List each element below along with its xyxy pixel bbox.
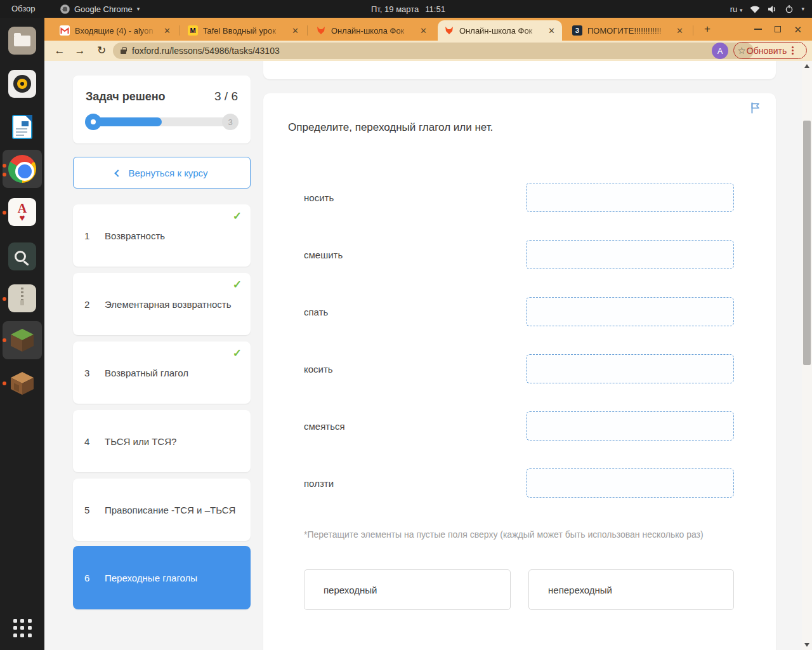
url-text[interactable]: foxford.ru/lessons/54986/tasks/43103 — [132, 46, 732, 56]
lesson-item-2[interactable]: 2 Элементарная возвратность ✓ — [73, 273, 251, 335]
restore-icon[interactable] — [775, 26, 781, 32]
chevron-down-icon: ▾ — [740, 7, 743, 13]
clock[interactable]: Пт, 19 марта 11:51 — [371, 0, 445, 18]
dock-chrome-icon[interactable] — [8, 155, 36, 183]
tab-gmail[interactable]: Входящие (4) - alyon ✕ — [53, 20, 178, 41]
close-tab-icon[interactable]: ✕ — [546, 26, 557, 36]
back-icon[interactable]: ← — [52, 43, 67, 58]
dock-solitaire-icon[interactable]: A♥ — [8, 198, 36, 226]
lesson-item-3[interactable]: 3 Возвратный глагол ✓ — [73, 342, 251, 404]
running-indicator-dot — [3, 338, 6, 342]
show-applications-button[interactable] — [13, 619, 32, 638]
tab-title: ПОМОГИТЕ!!!!!!!!!!!! — [587, 26, 669, 36]
draggable-option-transitive[interactable]: переходный — [304, 569, 511, 610]
running-indicator-dot — [3, 381, 6, 385]
progress-end-badge: 3 — [222, 114, 239, 130]
scroll-down-icon[interactable] — [804, 643, 809, 647]
drop-zone[interactable] — [526, 297, 734, 326]
close-tab-icon[interactable]: ✕ — [290, 26, 301, 36]
dock-libreoffice-icon[interactable] — [8, 113, 36, 141]
back-to-course-button[interactable]: Вернуться к курсу — [73, 157, 251, 189]
draggable-option-intransitive[interactable]: непереходный — [528, 569, 734, 610]
lesson-number: 1 — [84, 230, 105, 241]
chevron-down-icon: ▾ — [137, 6, 140, 12]
window-controls: ✕ — [754, 18, 802, 41]
address-bar[interactable]: foxford.ru/lessons/54986/tasks/43103 ☆ — [113, 43, 754, 59]
tab-foxford-1[interactable]: Онлайн-школа Фок ✕ — [310, 20, 434, 41]
close-window-icon[interactable]: ✕ — [794, 25, 802, 34]
tab-title: Онлайн-школа Фок — [459, 26, 541, 36]
date-label: Пт, 19 марта — [371, 4, 419, 14]
chrome-update-button[interactable]: Обновить — [733, 42, 807, 59]
tab-znanija[interactable]: З ПОМОГИТЕ!!!!!!!!!!!! ✕ — [566, 20, 690, 41]
dock-screenshot-icon[interactable] — [8, 242, 36, 270]
close-tab-icon[interactable]: ✕ — [674, 26, 685, 36]
drop-zone[interactable] — [526, 354, 734, 383]
tab-foxford-2-active[interactable]: Онлайн-школа Фок ✕ — [438, 20, 562, 41]
drop-zone[interactable] — [526, 468, 734, 498]
task-row: ползти — [263, 468, 776, 498]
browser-toolbar: ← → ↻ foxford.ru/lessons/54986/tasks/431… — [44, 41, 812, 61]
progress-title: Задач решено — [86, 90, 166, 103]
task-card: Определите, переходный глагол или нет. н… — [263, 93, 776, 650]
task-title: Определите, переходный глагол или нет. — [288, 121, 493, 134]
dock: A♥ — [0, 18, 44, 650]
lesson-title: Элементарная возвратность — [105, 298, 231, 310]
close-tab-icon[interactable]: ✕ — [418, 26, 429, 36]
running-indicator-dot — [3, 173, 6, 176]
time-label: 11:51 — [425, 4, 445, 14]
forward-icon[interactable]: → — [72, 43, 88, 58]
report-flag-icon[interactable] — [749, 102, 762, 114]
keyboard-layout-indicator[interactable]: ru ▾ — [730, 4, 743, 14]
previous-card-edge — [263, 61, 776, 79]
menu-dots-icon[interactable] — [792, 50, 794, 51]
task-row: смешить — [263, 240, 776, 269]
lesson-item-5[interactable]: 5 Правописание -ТСЯ и –ТЬСЯ — [73, 479, 251, 541]
verb-label: спать — [304, 307, 328, 317]
app-menu[interactable]: Google Chrome ▾ — [60, 0, 140, 18]
lesson-number: 3 — [84, 368, 105, 378]
check-icon: ✓ — [233, 278, 242, 291]
back-to-course-label: Вернуться к курсу — [128, 168, 207, 178]
progress-count: 3 / 6 — [214, 90, 238, 103]
wifi-icon — [750, 5, 760, 13]
scrollbar-thumb[interactable] — [803, 121, 811, 365]
dock-archive-icon[interactable] — [8, 284, 36, 312]
lesson-item-1[interactable]: 1 Возвратность ✓ — [73, 204, 251, 267]
drop-zone[interactable] — [526, 183, 734, 212]
check-icon: ✓ — [233, 209, 242, 223]
lesson-title: Переходные глаголы — [105, 572, 197, 584]
tab-tafel[interactable]: M Tafel Вводный урок ✕ — [181, 20, 306, 41]
reload-icon[interactable]: ↻ — [94, 43, 109, 58]
scroll-up-icon[interactable] — [804, 64, 809, 68]
minimize-icon[interactable] — [754, 29, 762, 30]
running-indicator-dot — [3, 211, 6, 215]
verb-label: смеяться — [304, 421, 345, 432]
progress-handle[interactable] — [85, 114, 102, 130]
heart-icon: ♥ — [20, 214, 25, 222]
dock-crafting-table-icon[interactable] — [8, 369, 36, 397]
lesson-number: 6 — [84, 573, 105, 583]
page-scrollbar[interactable] — [802, 61, 812, 650]
lesson-item-6-active[interactable]: 6 Переходные глаголы — [73, 546, 251, 609]
close-tab-icon[interactable]: ✕ — [162, 26, 173, 36]
task-row: носить — [263, 183, 776, 212]
check-icon: ✓ — [233, 347, 242, 360]
grass-block-icon — [8, 326, 36, 354]
profile-avatar[interactable]: A — [712, 43, 728, 59]
drop-zone[interactable] — [526, 411, 734, 441]
dock-files-icon[interactable] — [8, 27, 36, 55]
lesson-item-4[interactable]: 4 ТЬСЯ или ТСЯ? — [73, 410, 251, 472]
tab-separator — [307, 25, 308, 36]
foxford-fox-icon — [316, 25, 326, 36]
drop-zone[interactable] — [526, 240, 734, 269]
chrome-mini-icon — [60, 4, 70, 14]
new-tab-button[interactable]: + — [702, 23, 713, 35]
lock-icon[interactable] — [121, 50, 126, 54]
running-indicator-dot — [3, 164, 6, 168]
dock-minecraft-icon[interactable] — [8, 326, 36, 354]
activities-button[interactable]: Обзор — [11, 0, 36, 18]
dock-rhythmbox-icon[interactable] — [8, 70, 36, 98]
status-tray[interactable]: ru ▾ ▾ — [730, 0, 804, 18]
lesson-title: Правописание -ТСЯ и –ТЬСЯ — [105, 504, 235, 516]
